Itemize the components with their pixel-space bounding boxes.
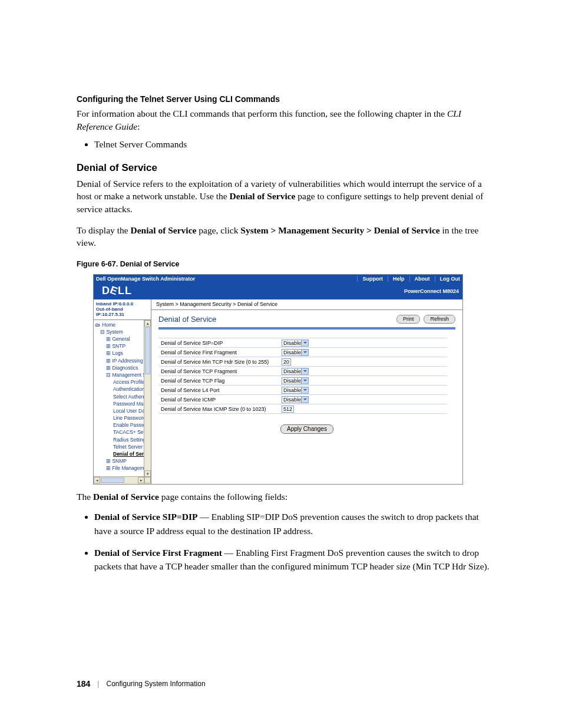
setting-label: Denial of Service TCP Flag bbox=[158, 376, 279, 386]
page-title: Denial of Service bbox=[158, 315, 393, 324]
cli-subhead: Configuring the Telnet Server Using CLI … bbox=[77, 94, 497, 104]
setting-select[interactable]: Disable bbox=[282, 368, 309, 375]
nav-logout[interactable]: Log Out bbox=[435, 276, 461, 282]
setting-input[interactable]: 20 bbox=[282, 358, 291, 365]
figure-caption: Figure 6-67. Denial of Service bbox=[77, 260, 497, 268]
tree-system[interactable]: ⊟ System bbox=[95, 328, 151, 335]
field-name: Denial of Service First Fragment bbox=[94, 548, 222, 558]
tree-enpwd[interactable]: Enable Passwor bbox=[95, 421, 151, 429]
footer-chapter: Configuring System Information bbox=[106, 680, 205, 688]
setting-select[interactable]: Disable bbox=[282, 396, 309, 403]
dos-para2-a: To display the bbox=[77, 225, 130, 235]
ip-inband: Inband IP:0.0.0.0 bbox=[96, 301, 148, 307]
scroll-left-icon[interactable]: ◂ bbox=[94, 477, 100, 483]
tree-panel: Inband IP:0.0.0.0 Out-of-band IP:10.27.5… bbox=[94, 299, 151, 484]
dos-para2-b: Denial of Service bbox=[130, 225, 196, 235]
settings-table: Denial of Service SIP=DIPDisableDenial o… bbox=[158, 338, 447, 414]
setting-row: Denial of Service Max ICMP Size (0 to 10… bbox=[158, 404, 447, 414]
tree-radius[interactable]: Radius Settings bbox=[95, 436, 151, 443]
tree-diag[interactable]: ⊞ Diagnostics bbox=[95, 364, 151, 371]
setting-label: Denial of Service First Fragment bbox=[158, 348, 279, 357]
tree-sntp[interactable]: ⊞ SNTP bbox=[95, 342, 151, 350]
chevron-down-icon[interactable] bbox=[301, 387, 308, 393]
setting-row: Denial of Service TCP FlagDisable bbox=[158, 376, 447, 386]
after-b: Denial of Service bbox=[93, 492, 159, 502]
header-rule bbox=[158, 327, 455, 330]
field-bullet: Denial of Service First Fragment — Enabl… bbox=[94, 546, 497, 574]
after-a: The bbox=[77, 492, 93, 502]
dos-para1-b: Denial of Service bbox=[230, 191, 296, 201]
setting-row: Denial of Service L4 PortDisable bbox=[158, 386, 447, 395]
chevron-down-icon[interactable] bbox=[301, 368, 308, 374]
cli-intro: For information about the CLI commands t… bbox=[77, 107, 497, 133]
setting-row: Denial of Service TCP FragmentDisable bbox=[158, 367, 447, 376]
setting-row: Denial of Service First FragmentDisable bbox=[158, 348, 447, 357]
tree-luserdb[interactable]: Local User Data bbox=[95, 407, 151, 414]
footer-sep: | bbox=[97, 680, 99, 688]
setting-input[interactable]: 512 bbox=[282, 406, 294, 413]
tree-linepwd[interactable]: Line Password bbox=[95, 414, 151, 421]
scroll-corner bbox=[144, 477, 151, 483]
tree-dos[interactable]: Denial of Servi bbox=[95, 450, 151, 457]
dos-para2-c: page, click bbox=[196, 225, 240, 235]
tree-access[interactable]: Access Profiles bbox=[95, 378, 151, 386]
chevron-down-icon[interactable] bbox=[301, 340, 308, 346]
tree-filem[interactable]: ⊞ File Management bbox=[95, 465, 151, 472]
field-name: Denial of Service SIP=DIP bbox=[94, 512, 197, 522]
apply-changes-button[interactable]: Apply Changes bbox=[280, 424, 333, 434]
after-c: page contains the following fields: bbox=[159, 492, 287, 502]
scroll-thumb-v[interactable] bbox=[145, 327, 150, 374]
page-footer: 184 | Configuring System Information bbox=[77, 679, 497, 689]
tree-pwdman[interactable]: Password Mana bbox=[95, 400, 151, 407]
main-panel: System > Management Security > Denial of… bbox=[151, 299, 462, 484]
field-bullet: Denial of Service SIP=DIP — Enabling SIP… bbox=[94, 510, 497, 538]
setting-row: Denial of Service SIP=DIPDisable bbox=[158, 338, 447, 348]
setting-select[interactable]: Disable bbox=[282, 340, 309, 347]
setting-select[interactable]: Disable bbox=[282, 387, 309, 394]
ip-box: Inband IP:0.0.0.0 Out-of-band IP:10.27.5… bbox=[94, 299, 151, 320]
after-para: The Denial of Service page contains the … bbox=[77, 490, 497, 503]
cli-intro-a: For information about the CLI commands t… bbox=[77, 108, 447, 118]
setting-label: Denial of Service ICMP bbox=[158, 395, 279, 404]
setting-label: Denial of Service Min TCP Hdr Size (0 to… bbox=[158, 357, 279, 367]
tree-snmp[interactable]: ⊞ SNMP bbox=[95, 457, 151, 465]
tree-mgmtsec[interactable]: ⊟ Management Secur bbox=[95, 371, 151, 378]
refresh-button[interactable]: Refresh bbox=[424, 315, 455, 324]
scroll-thumb-h[interactable] bbox=[101, 477, 124, 483]
cli-bullet-telnet: Telnet Server Commands bbox=[94, 137, 497, 151]
dos-para1: Denial of Service refers to the exploita… bbox=[77, 177, 497, 216]
tree-hscroll[interactable]: ◂ ▸ bbox=[94, 476, 151, 484]
tree-tacacs[interactable]: TACACS+ Settin bbox=[95, 429, 151, 436]
tree-authp[interactable]: Authentication P bbox=[95, 386, 151, 393]
breadcrumb: System > Management Security > Denial of… bbox=[151, 299, 462, 310]
dos-para2: To display the Denial of Service page, c… bbox=[77, 224, 497, 249]
tree-vscroll[interactable]: ▴ ▾ bbox=[144, 320, 151, 477]
cli-intro-c: : bbox=[137, 121, 140, 131]
setting-label: Denial of Service TCP Fragment bbox=[158, 367, 279, 376]
setting-select[interactable]: Disable bbox=[282, 349, 309, 356]
print-button[interactable]: Print bbox=[396, 315, 421, 324]
ip-outofband: Out-of-band IP:10.27.5.31 bbox=[96, 307, 148, 317]
chevron-down-icon[interactable] bbox=[301, 378, 308, 384]
setting-label: Denial of Service Max ICMP Size (0 to 10… bbox=[158, 404, 279, 414]
scroll-up-icon[interactable]: ▴ bbox=[144, 320, 151, 327]
setting-label: Denial of Service SIP=DIP bbox=[158, 338, 279, 348]
shot-logobar: DELL PowerConnect M8024 bbox=[94, 283, 462, 299]
tree-ipaddr[interactable]: ⊞ IP Addressing bbox=[95, 357, 151, 364]
screenshot: Dell OpenManage Switch Administrator Sup… bbox=[93, 274, 463, 485]
shot-titlebar: Dell OpenManage Switch Administrator Sup… bbox=[94, 275, 462, 283]
tree-home[interactable]: 🗁 Home bbox=[95, 321, 151, 328]
nav-about[interactable]: About bbox=[409, 276, 430, 282]
nav-support[interactable]: Support bbox=[357, 276, 383, 282]
page-number: 184 bbox=[77, 679, 90, 689]
chevron-down-icon[interactable] bbox=[301, 397, 308, 403]
tree-logs[interactable]: ⊞ Logs bbox=[95, 350, 151, 357]
tree-selauth[interactable]: Select Authentic bbox=[95, 393, 151, 400]
scroll-right-icon[interactable]: ▸ bbox=[138, 477, 144, 483]
tree-general[interactable]: ⊞ General bbox=[95, 335, 151, 342]
nav-help[interactable]: Help bbox=[388, 276, 405, 282]
setting-row: Denial of Service ICMPDisable bbox=[158, 395, 447, 404]
tree-telnet[interactable]: Telnet Server bbox=[95, 443, 151, 450]
chevron-down-icon[interactable] bbox=[301, 350, 308, 355]
setting-select[interactable]: Disable bbox=[282, 377, 309, 384]
